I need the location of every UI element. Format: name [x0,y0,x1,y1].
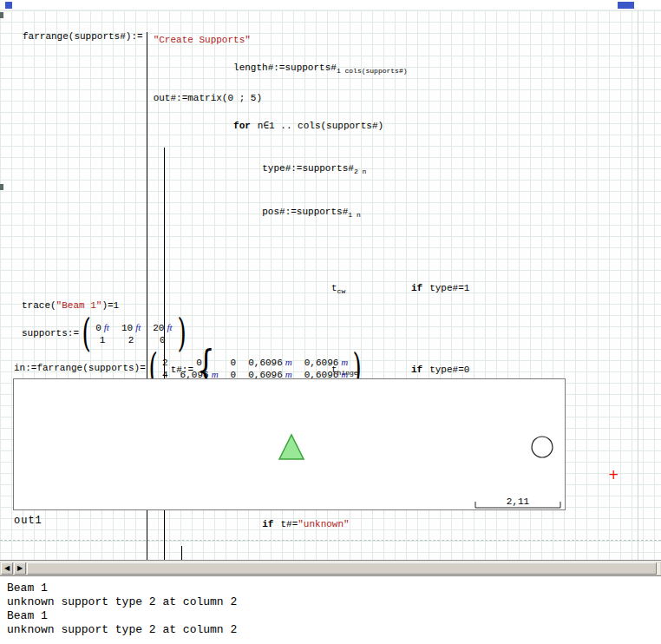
cw-subscript: cw [337,287,346,295]
type-assign-text: type#:=supports# [262,163,354,174]
right-paren: ) [177,316,186,351]
output-trace-window[interactable]: Beam 1 unknown support type 2 at column … [0,575,661,644]
margin-marker-mid [0,184,3,190]
length-subscript: 1 cols(supports#) [337,67,408,75]
scroll-left-button[interactable]: ◀ [1,562,13,575]
supports-matrix: ( 0ft 10ft 20ft 1 2 0 ) [79,316,189,351]
length-assign-text: length#:=supports# [233,62,337,73]
margin-marker-top [0,12,3,18]
pos-subscript: 1 n [348,211,360,219]
type-subscript: 2 n [354,168,366,175]
program-block-outer: "Create Supports" length#:=supports#1 co… [147,32,661,644]
top-strip [0,0,661,10]
scrollbar-track[interactable] [27,562,660,575]
case2-condition: type#=0 [429,365,469,375]
in-result-matrix-grid: 2 0 0 0,6096m 0,6096m 4 6,096m 0 0,6096m… [160,357,350,380]
page-marker-right-icon [618,2,634,9]
output-line: Beam 1 [7,582,661,595]
supports-lhs: supports:= [22,328,79,338]
output-line: unknown support type 2 at column 2 [7,595,661,609]
scroll-right-button[interactable]: ▶ [14,562,26,575]
prog-line-out-matrix: out#:=matrix(0 ; 5) [154,92,661,105]
roller-support-circle-icon [532,437,553,457]
insertion-cursor-icon: + [608,469,619,482]
t-base: t [331,283,337,293]
farrange-lhs: farrange(supports#):= [23,31,143,42]
for-range-text: n∈1 .. cols(supports#) [258,121,383,131]
case-cw-expr: tcw [331,279,411,300]
if-keyword: if [262,519,273,529]
if-lhs-text: t#= [280,519,298,529]
prog-line-for-loop: forn∈1 .. cols(supports#) [154,107,661,146]
page-marker-left-icon [5,2,12,9]
pinned-support-triangle-icon [279,435,304,459]
matrix-cell: 1 [95,334,109,345]
prog-line-length-assign: length#:=supports#1 cols(supports#) [154,49,661,90]
trace-call-open: trace( [22,300,56,311]
matrix-cell: 10ft [121,322,141,333]
beam1-string: "Beam 1" [56,300,102,311]
matrix-cell: 0 [231,357,237,368]
matrix-cell: 0,6096m [248,357,292,368]
prog-line-type-assign: type#:=supports#2 n [171,149,661,191]
if-keyword-case1: if [411,283,422,293]
math-region-supports-definition[interactable]: supports:= ( 0ft 10ft 20ft 1 2 0 ) [22,316,189,351]
math-region-trace-call[interactable]: trace("Beam 1")=1 [22,300,119,311]
left-paren: ( [82,316,90,351]
trace-call-result: )=1 [101,300,119,311]
matrix-cell: 0,6096m [304,357,349,368]
smath-worksheet-window: farrange(supports#):= "Create Supports" … [0,0,661,644]
matrix-cell: 2 [121,334,141,345]
horizontal-scrollbar[interactable]: ◀ ▶ [0,560,661,575]
case-row-cw: tcwiftype#=1 [217,262,469,318]
prog-line-create-supports-string: "Create Supports" [154,34,661,47]
output-line: Beam 1 [7,609,661,623]
plot-caption-out1: out1 [14,515,43,527]
matrix-cell: 0ft [95,322,109,333]
scale-label: 2,11 [507,496,530,507]
supports-matrix-grid: 0ft 10ft 20ft 1 2 0 [94,322,173,345]
beam-plot-svg: 2,11 [14,379,565,509]
output-line: unknown support type 2 at column 2 [7,623,661,637]
matrix-cell: 2 [162,357,168,368]
matrix-cell: 20ft [153,322,172,333]
pos-assign-text: pos#:=supports# [262,207,348,217]
case1-condition: type#=1 [429,283,469,293]
plot-region[interactable]: 2,11 [13,378,566,510]
prog-line-pos-assign: pos#:=supports#1 n [171,193,661,234]
scrollbar-thumb[interactable] [27,562,657,575]
matrix-cell: 0 [180,357,219,368]
worksheet-canvas[interactable]: farrange(supports#):= "Create Supports" … [0,10,661,560]
matrix-cell: 0 [153,334,172,345]
for-keyword: for [233,121,251,131]
if-keyword-case2: if [411,365,422,375]
in-lhs: in:=farrange(supports)= [14,363,146,373]
if-unknown-string: "unknown" [298,519,349,529]
